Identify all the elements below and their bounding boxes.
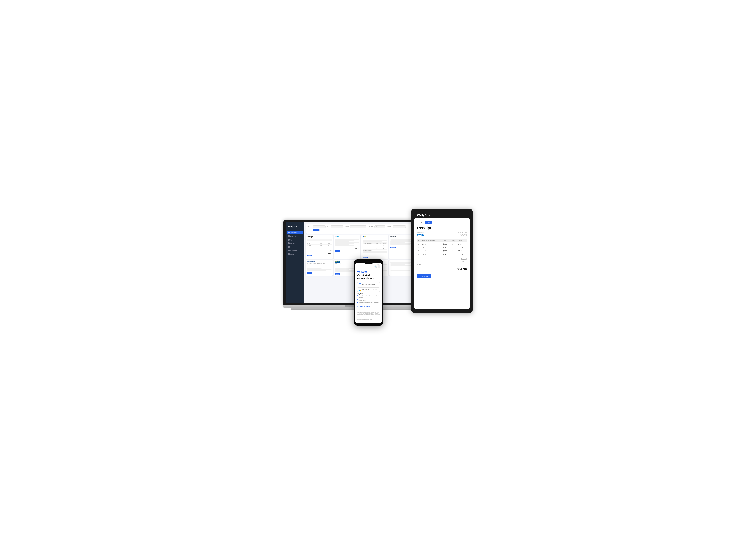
app-logo: WellyBox	[286, 224, 304, 231]
filter-tab-inprocess[interactable]: In process	[319, 229, 327, 231]
receipt-card-1: Receipt #Product DescriptionPriceQtyTota…	[306, 235, 332, 259]
due-date-label: DUE DATE	[458, 233, 467, 235]
marketing-scene: WellyBox Expenses Accounts Sync	[284, 209, 472, 331]
bullet-icon-3	[357, 302, 358, 303]
notes-label: Notes:	[417, 263, 467, 266]
paypal-download-btn[interactable]: Download	[335, 250, 340, 252]
receipt-card-ebay: ebay COMPANY NAME PRODUCT DESCRIPTIONPRI…	[361, 235, 388, 259]
tablet-filter-type[interactable]: Type	[417, 221, 424, 224]
microsoft-icon	[359, 289, 361, 291]
phone-trust-title: That Must Be Manual!	[357, 306, 380, 307]
app-sidebar: WellyBox Expenses Accounts Sync	[286, 222, 304, 303]
table-row: 3Item 3$5.001$5.00	[417, 249, 467, 253]
accounts-icon	[288, 235, 290, 237]
tablet-filter-row: Type Type	[417, 221, 467, 224]
vendor-input[interactable]	[350, 225, 366, 228]
paypal-logo: PayPal	[334, 235, 360, 238]
walmart-logo: Walm	[417, 233, 425, 237]
sidebar-item-expenses[interactable]: Expenses	[287, 231, 303, 234]
phone-time: 10:40	[357, 263, 360, 265]
table-row: 2Item 2$70.001$70.00	[417, 246, 467, 249]
ebay-total: $592.28	[361, 254, 388, 256]
from-label: From	[308, 226, 312, 227]
col-qty: Qty	[451, 239, 457, 242]
laptop-foot	[291, 308, 413, 310]
receipt-card-booking: booking.com PLACING ADVERTISEMENT SPACE …	[306, 260, 332, 276]
phone-bottom-text: No credit card required. Free to use up …	[357, 317, 380, 320]
ebay-download-btn[interactable]: Download	[362, 257, 368, 258]
sidebar-item-portals[interactable]: Portals	[286, 241, 304, 245]
tablet-logo: WellyBox	[417, 214, 430, 217]
tablet-screen: Type Type Receipt INVOICE TO Walm INVOIC…	[414, 218, 470, 309]
portals-icon	[288, 242, 290, 244]
receipt-icon	[289, 232, 290, 233]
col-total: Total	[457, 239, 467, 242]
phone-why-title: Why WellyBox	[357, 293, 380, 295]
filter-tab-published[interactable]: Published	[328, 229, 335, 231]
invoice-to-label: INVOICE TO	[417, 232, 425, 233]
phone-logo: WellyBox	[357, 271, 380, 273]
category-label: Category	[387, 226, 392, 227]
table-row: 1Item 1$5.001$4.90	[417, 242, 467, 246]
sync-icon	[288, 239, 290, 241]
laptop-device: WellyBox Expenses Accounts Sync	[284, 219, 420, 310]
phone-trust-text: We use state of the art AI based on top …	[357, 310, 380, 317]
phone-menu-icon[interactable]: ☰	[378, 265, 380, 268]
tablet-top-bar: WellyBox	[414, 212, 470, 218]
phone-signal: ●●● ✦	[377, 263, 380, 265]
ikea-download-btn[interactable]: Download	[335, 273, 340, 275]
from-input[interactable]	[313, 225, 325, 228]
phone-office365-signup-btn[interactable]: Sign Up with Office 365	[357, 288, 380, 292]
sidebar-item-entities[interactable]: Entities	[286, 245, 304, 249]
phone-notch	[364, 261, 373, 264]
category-select[interactable]: Select One	[393, 225, 406, 228]
phone-home-bar	[364, 323, 373, 323]
google-icon: G	[359, 283, 361, 285]
to-input[interactable]	[331, 225, 343, 228]
phone-bullet-2: Connect all the inbox that receive purch…	[357, 299, 380, 301]
receipt-card-paypal: PayPal $92.74	[334, 235, 360, 259]
accounts-select[interactable]: Any	[374, 225, 385, 228]
tablet-content: Type Type Receipt INVOICE TO Walm INVOIC…	[414, 218, 470, 282]
phone-tagline: Get startedabsolutely free.	[357, 274, 380, 280]
table-row: 4Item 4$15.001$10.00	[417, 253, 467, 256]
receipt-download-btn[interactable]: Download	[307, 255, 312, 256]
accounts-label: Accounts	[368, 226, 373, 227]
amazon-download-btn[interactable]: Download	[390, 247, 396, 248]
filter-tab-review[interactable]: Review	[313, 229, 319, 231]
receipt-total: $94.90	[306, 252, 332, 254]
paypal-total: $92.74	[334, 247, 360, 250]
tablet-device: WellyBox Type Type Receipt INVOICE TO Wa…	[411, 209, 472, 313]
tablet-grand-total: $94.90	[417, 266, 467, 273]
phone-google-signup-btn[interactable]: G Sign up with Google	[357, 282, 380, 286]
bullet-icon-1	[357, 295, 358, 296]
booking-download-btn[interactable]: Download	[307, 272, 312, 274]
phone-bullet-1: Automatically collects all receipts & in…	[357, 295, 380, 298]
phone-bullet-3: Save days of work every month for each t…	[357, 302, 380, 305]
filter-tab-irrelevant[interactable]: Irrelevant	[336, 229, 343, 231]
phone-content: WellyBox Get startedabsolutely free. G S…	[355, 269, 382, 322]
col-desc: Product Description	[421, 239, 442, 242]
tablet-filter-active[interactable]: Type	[425, 221, 432, 224]
invoice-date-label: INVOICE DATE	[458, 232, 467, 233]
col-num: #	[417, 239, 421, 242]
tablet-receipt-title: Receipt	[417, 226, 467, 230]
vendor-label: Vendor	[345, 226, 349, 227]
bullet-icon-2	[357, 299, 358, 300]
filter-tab-any[interactable]: Any	[308, 229, 312, 231]
phone-screen: 10:40 ●●● ✦ 🔍 ☰ WellyBox Get startedabso…	[355, 263, 382, 323]
phone-search-icon[interactable]: 🔍	[374, 265, 377, 268]
tablet-invoice-table: # Product Description Price Qty Total 1I…	[417, 239, 467, 256]
tablet-download-btn[interactable]: Download	[417, 274, 431, 278]
entities-icon	[288, 246, 290, 248]
ebay-logo: ebay	[361, 235, 388, 238]
receipt-table: #Product DescriptionPriceQtyTotal 1Item …	[307, 239, 331, 248]
receipt-card-title: Receipt	[306, 235, 332, 238]
sidebar-item-accounts[interactable]: Accounts	[286, 234, 304, 238]
sidebar-item-profile[interactable]: Profile	[286, 252, 304, 256]
subtotal-row: Subtotal	[417, 258, 467, 260]
sidebar-item-categories[interactable]: Categories	[286, 249, 304, 252]
sidebar-item-sync[interactable]: Sync	[286, 238, 304, 241]
filter-bar: From To Vendor Accounts Any Category	[306, 224, 416, 234]
col-price: Price	[442, 239, 451, 242]
